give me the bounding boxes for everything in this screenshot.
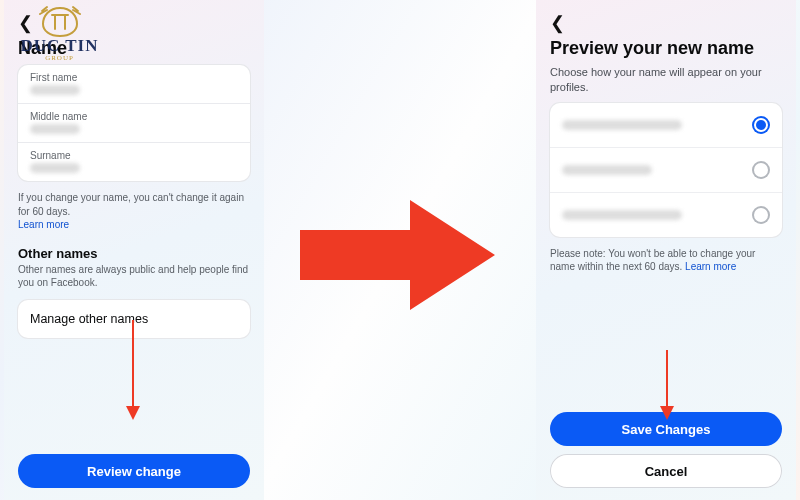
annotation-arrow-icon	[660, 350, 674, 420]
page-title: Preview your new name	[550, 38, 782, 59]
annotation-arrow-icon	[126, 320, 140, 420]
name-edit-screen: ❮ Name First name Middle name Surname If…	[4, 0, 264, 500]
radio-unselected-icon	[752, 161, 770, 179]
back-icon[interactable]: ❮	[18, 12, 33, 34]
svg-marker-2	[126, 406, 140, 420]
name-option-2[interactable]	[550, 148, 782, 192]
transition-arrow-icon	[300, 200, 495, 310]
svg-marker-0	[300, 200, 495, 310]
name-change-note: If you change your name, you can't chang…	[18, 191, 250, 232]
surname-value	[30, 163, 80, 173]
learn-more-link[interactable]: Learn more	[18, 219, 69, 230]
name-format-list	[550, 103, 782, 237]
preview-name-screen: ❮ Preview your new name Choose how your …	[536, 0, 796, 500]
svg-marker-4	[660, 406, 674, 420]
preview-note: Please note: You won't be able to change…	[550, 247, 782, 274]
radio-selected-icon	[752, 116, 770, 134]
surname-label: Surname	[30, 150, 238, 161]
review-change-button[interactable]: Review change	[18, 454, 250, 488]
name-option-3-label	[562, 210, 682, 220]
page-subtitle: Choose how your name will appear on your…	[550, 65, 782, 95]
middle-name-field[interactable]: Middle name	[18, 104, 250, 142]
name-option-1-label	[562, 120, 682, 130]
name-option-3[interactable]	[550, 193, 782, 237]
name-fields-card: First name Middle name Surname	[18, 65, 250, 181]
middle-name-value	[30, 124, 80, 134]
back-icon[interactable]: ❮	[550, 12, 565, 34]
middle-name-label: Middle name	[30, 111, 238, 122]
surname-field[interactable]: Surname	[18, 143, 250, 181]
other-names-heading: Other names	[18, 246, 250, 261]
name-option-1[interactable]	[550, 103, 782, 147]
page-title: Name	[18, 38, 250, 59]
first-name-value	[30, 85, 80, 95]
name-option-2-label	[562, 165, 652, 175]
first-name-label: First name	[30, 72, 238, 83]
cancel-button[interactable]: Cancel	[550, 454, 782, 488]
learn-more-link[interactable]: Learn more	[685, 261, 736, 272]
first-name-field[interactable]: First name	[18, 65, 250, 103]
other-names-sub: Other names are always public and help p…	[18, 263, 250, 290]
radio-unselected-icon	[752, 206, 770, 224]
